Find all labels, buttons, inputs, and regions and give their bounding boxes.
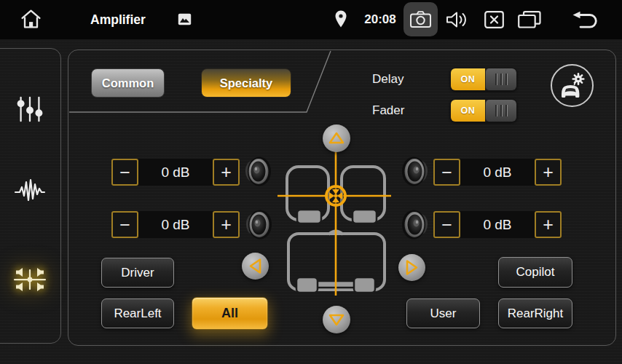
rear-right-speaker-icon — [401, 207, 430, 242]
rear-right-minus-button[interactable]: − — [433, 211, 460, 238]
fader-toggle-state: ON — [451, 100, 485, 122]
sidebar-item-equalizer[interactable] — [12, 92, 47, 127]
balance-left-button[interactable] — [242, 253, 269, 280]
delay-toggle-handle — [485, 68, 516, 90]
front-left-plus-button[interactable]: + — [213, 159, 240, 186]
car-setup-button[interactable] — [551, 64, 594, 107]
location-pin-icon — [335, 10, 347, 28]
delay-toggle-state: ON — [451, 68, 485, 90]
back-icon — [570, 11, 600, 29]
fader-toggle[interactable]: ON — [450, 99, 517, 122]
camera-icon — [410, 11, 431, 28]
back-button[interactable] — [570, 11, 600, 29]
front-right-volume-value: 0 dB — [460, 159, 535, 186]
front-right-speaker-icon — [401, 154, 430, 189]
preset-copilot-button[interactable]: Copilot — [498, 257, 572, 288]
preset-driver-button[interactable]: Driver — [101, 258, 174, 288]
fader-label: Fader — [372, 100, 430, 121]
balance-fader-icon — [12, 262, 47, 297]
amplifier-panel: Common Specialty Delay ON Fader ON — [68, 50, 616, 346]
arrow-left-icon — [242, 253, 269, 280]
gallery-button[interactable] — [178, 13, 192, 25]
rear-left-speaker-icon — [244, 207, 273, 242]
front-left-speaker-icon — [243, 154, 272, 189]
rear-left-volume-value: 0 dB — [138, 211, 213, 238]
balance-up-button[interactable] — [323, 124, 350, 152]
sidebar-item-balance-fader[interactable] — [12, 262, 47, 297]
recent-apps-icon — [518, 11, 541, 28]
close-window-icon — [484, 11, 504, 28]
arrow-up-icon — [323, 124, 350, 152]
car-seats-diagram — [270, 128, 401, 299]
clock: 20:08 — [358, 0, 402, 39]
close-app-button[interactable] — [484, 11, 504, 28]
sidebar-item-sound-effect[interactable] — [12, 173, 47, 208]
rear-left-volume-control: − 0 dB + — [111, 211, 240, 238]
home-button[interactable] — [20, 8, 42, 31]
rear-right-plus-button[interactable]: + — [535, 211, 562, 238]
rear-right-volume-value: 0 dB — [460, 211, 535, 238]
arrow-down-icon — [323, 306, 350, 333]
rear-left-minus-button[interactable]: − — [111, 211, 138, 238]
tab-specialty[interactable]: Specialty — [201, 68, 291, 98]
mute-button[interactable] — [446, 11, 468, 28]
delay-toggle[interactable]: ON — [450, 68, 517, 91]
waveform-icon — [14, 175, 46, 207]
gallery-icon — [178, 13, 192, 25]
tab-common[interactable]: Common — [91, 68, 165, 98]
front-right-plus-button[interactable]: + — [535, 159, 562, 186]
front-right-minus-button[interactable]: − — [433, 159, 460, 186]
equalizer-icon — [15, 94, 45, 124]
preset-all-button[interactable]: All — [192, 297, 268, 330]
car-gear-icon — [556, 69, 589, 103]
arrow-right-icon — [398, 254, 425, 281]
volume-icon — [446, 11, 468, 28]
front-left-volume-control: − 0 dB + — [111, 159, 240, 186]
rear-right-volume-control: − 0 dB + — [433, 211, 562, 238]
recent-apps-button[interactable] — [518, 11, 541, 28]
balance-down-button[interactable] — [323, 306, 350, 333]
location-button[interactable] — [335, 10, 347, 28]
delay-label: Delay — [372, 69, 430, 90]
preset-user-button[interactable]: User — [406, 298, 480, 328]
status-bar: Amplifier 20:08 — [0, 0, 622, 39]
front-left-volume-value: 0 dB — [138, 159, 213, 186]
camera-button[interactable] — [403, 2, 438, 36]
fader-toggle-handle — [485, 100, 516, 122]
balance-right-button[interactable] — [398, 254, 425, 281]
front-left-minus-button[interactable]: − — [111, 159, 138, 186]
rear-left-plus-button[interactable]: + — [213, 211, 240, 238]
page-title: Amplifier — [90, 0, 146, 39]
preset-rearright-button[interactable]: RearRight — [498, 298, 572, 328]
home-icon — [20, 8, 42, 31]
front-right-volume-control: − 0 dB + — [433, 159, 562, 186]
amplifier-settings-screen: Amplifier 20:08 — [0, 0, 622, 364]
preset-rearleft-button[interactable]: RearLeft — [101, 298, 174, 328]
